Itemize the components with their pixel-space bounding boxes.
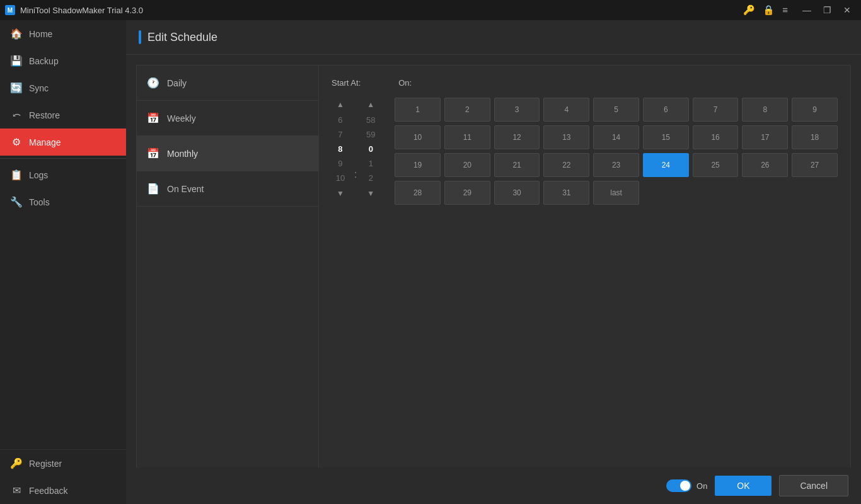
- hour-6: 6: [334, 114, 347, 126]
- schedule-area: 🕐 Daily 📅 Weekly 📅 Monthly 📄 On Event: [126, 55, 861, 504]
- minimize-button[interactable]: —: [798, 3, 816, 17]
- restore-icon: ⤺: [10, 109, 23, 121]
- minutes-down-arrow[interactable]: ▼: [362, 186, 379, 200]
- day-cell-6[interactable]: 6: [643, 98, 689, 122]
- monthly-icon: 📅: [147, 147, 159, 159]
- config-header: Start At: On:: [332, 78, 838, 88]
- time-section: ▲ 6 7 8 9 10 ▼ : ▲ 58: [332, 98, 838, 205]
- titlebar-left: M MiniTool ShadowMaker Trial 4.3.0: [5, 5, 143, 15]
- header-accent-bar: [139, 30, 141, 44]
- sidebar-label-register: Register: [29, 459, 62, 469]
- schedule-config-panel: Start At: On: ▲ 6 7 8 9 10: [319, 65, 851, 494]
- sidebar-label-restore: Restore: [29, 110, 60, 120]
- sidebar-bottom: 🔑 Register ✉ Feedback: [0, 449, 126, 504]
- schedule-type-weekly[interactable]: 📅 Weekly: [137, 101, 318, 136]
- day-cell-31[interactable]: 31: [543, 181, 589, 205]
- manage-icon: ⚙: [10, 136, 23, 148]
- day-cell-7[interactable]: 7: [693, 98, 739, 122]
- day-cell-10[interactable]: 10: [395, 125, 441, 149]
- sidebar-item-home[interactable]: 🏠 Home: [0, 20, 126, 47]
- schedule-type-on-event[interactable]: 📄 On Event: [137, 171, 318, 207]
- day-cell-17[interactable]: 17: [742, 125, 788, 149]
- day-cell-11[interactable]: 11: [444, 125, 490, 149]
- day-cell-15[interactable]: 15: [643, 125, 689, 149]
- day-cell-5[interactable]: 5: [593, 98, 639, 122]
- hours-column: ▲ 6 7 8 9 10 ▼: [332, 98, 349, 200]
- backup-icon: 💾: [10, 55, 23, 67]
- day-cell-8[interactable]: 8: [742, 98, 788, 122]
- sidebar-item-register[interactable]: 🔑 Register: [0, 450, 126, 477]
- restore-button[interactable]: ❐: [818, 3, 836, 17]
- feedback-icon: ✉: [10, 484, 23, 496]
- day-cell-3[interactable]: 3: [494, 98, 540, 122]
- day-cell-24[interactable]: 24: [643, 153, 689, 177]
- schedule-type-monthly[interactable]: 📅 Monthly: [137, 136, 318, 171]
- time-picker: ▲ 6 7 8 9 10 ▼ : ▲ 58: [332, 98, 379, 200]
- day-cell-16[interactable]: 16: [693, 125, 739, 149]
- day-cell-28[interactable]: 28: [395, 181, 441, 205]
- hour-7: 7: [334, 129, 347, 140]
- on-label: On:: [398, 78, 412, 88]
- close-button[interactable]: ✕: [838, 3, 856, 17]
- register-icon: 🔑: [10, 457, 23, 469]
- day-cell-19[interactable]: 19: [395, 153, 441, 177]
- min-2: 2: [364, 172, 377, 184]
- logs-icon: 📋: [10, 169, 23, 181]
- day-cell-21[interactable]: 21: [494, 153, 540, 177]
- app-logo: M: [5, 5, 15, 15]
- cancel-button[interactable]: Cancel: [779, 475, 848, 496]
- day-cell-9[interactable]: 9: [792, 98, 838, 122]
- app-title: MiniTool ShadowMaker Trial 4.3.0: [20, 6, 143, 15]
- hours-down-arrow[interactable]: ▼: [332, 186, 349, 200]
- sidebar-label-logs: Logs: [29, 170, 48, 180]
- day-cell-23[interactable]: 23: [593, 153, 639, 177]
- on-event-label: On Event: [167, 184, 204, 194]
- sidebar-item-logs[interactable]: 📋 Logs: [0, 161, 126, 188]
- sidebar-item-feedback[interactable]: ✉ Feedback: [0, 477, 126, 504]
- weekly-label: Weekly: [167, 113, 196, 123]
- schedule-type-daily[interactable]: 🕐 Daily: [137, 66, 318, 101]
- day-cell-last[interactable]: last: [593, 181, 639, 205]
- day-cell-2[interactable]: 2: [444, 98, 490, 122]
- sidebar-label-sync: Sync: [29, 83, 49, 93]
- day-cell-25[interactable]: 25: [693, 153, 739, 177]
- ok-button[interactable]: OK: [715, 476, 771, 496]
- day-cell-30[interactable]: 30: [494, 181, 540, 205]
- day-cell-22[interactable]: 22: [543, 153, 589, 177]
- sidebar-label-manage: Manage: [29, 137, 61, 147]
- key-icon[interactable]: 🔑: [743, 4, 755, 16]
- sidebar-item-restore[interactable]: ⤺ Restore: [0, 101, 126, 129]
- day-cell-4[interactable]: 4: [543, 98, 589, 122]
- page-header: Edit Schedule: [126, 20, 861, 55]
- day-cell-20[interactable]: 20: [444, 153, 490, 177]
- sidebar-label-backup: Backup: [29, 56, 59, 66]
- sidebar-item-sync[interactable]: 🔄 Sync: [0, 74, 126, 101]
- min-59: 59: [364, 129, 378, 140]
- sidebar-item-tools[interactable]: 🔧 Tools: [0, 188, 126, 215]
- day-cell-12[interactable]: 12: [494, 125, 540, 149]
- minutes-up-arrow[interactable]: ▲: [362, 98, 379, 112]
- weekly-icon: 📅: [147, 112, 159, 124]
- day-grid: 1234567891011121314151617181920212223242…: [395, 98, 838, 205]
- sidebar-item-backup[interactable]: 💾 Backup: [0, 47, 126, 74]
- lock-icon[interactable]: 🔒: [763, 4, 775, 16]
- daily-icon: 🕐: [147, 77, 159, 89]
- day-cell-1[interactable]: 1: [395, 98, 441, 122]
- schedule-types-panel: 🕐 Daily 📅 Weekly 📅 Monthly 📄 On Event: [136, 65, 319, 494]
- day-grid-container: 1234567891011121314151617181920212223242…: [395, 98, 838, 205]
- start-at-label: Start At:: [332, 78, 361, 88]
- on-off-toggle[interactable]: [666, 479, 691, 492]
- day-cell-18[interactable]: 18: [792, 125, 838, 149]
- day-cell-27[interactable]: 27: [792, 153, 838, 177]
- sidebar-item-manage[interactable]: ⚙ Manage: [0, 129, 126, 156]
- day-cell-13[interactable]: 13: [543, 125, 589, 149]
- day-cell-29[interactable]: 29: [444, 181, 490, 205]
- dialog-footer: On OK Cancel: [126, 467, 861, 504]
- day-cell-14[interactable]: 14: [593, 125, 639, 149]
- min-0-selected: 0: [364, 143, 377, 155]
- menu-icon[interactable]: ≡: [782, 4, 788, 16]
- home-icon: 🏠: [10, 28, 23, 40]
- sidebar-label-home: Home: [29, 29, 52, 39]
- day-cell-26[interactable]: 26: [742, 153, 788, 177]
- hours-up-arrow[interactable]: ▲: [332, 98, 349, 112]
